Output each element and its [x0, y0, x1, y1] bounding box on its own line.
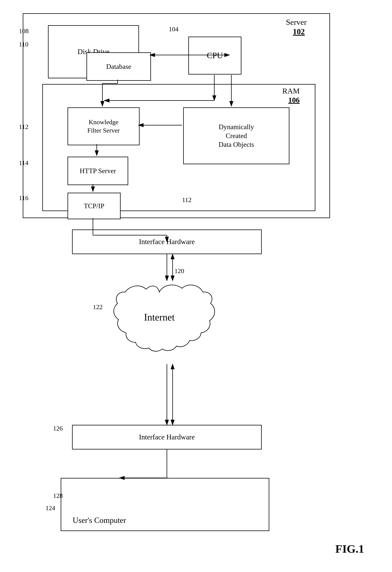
server-label: Server: [286, 18, 307, 27]
tcpip-box: TCP/IP: [67, 193, 121, 219]
ref-122: 122: [93, 303, 103, 311]
ref-126: 126: [53, 425, 63, 432]
ih-server-label: Interface Hardware: [139, 237, 195, 246]
ref-124: 124: [46, 505, 55, 512]
cpu-box: CPU: [188, 37, 241, 75]
ref-104: 104: [169, 26, 178, 33]
ref-120: 120: [174, 267, 184, 275]
ref-108: 108: [19, 28, 29, 35]
http-label: HTTP Server: [80, 167, 116, 175]
ih-client-label: Interface Hardware: [139, 432, 195, 442]
ref-112-kfs: 112: [19, 123, 29, 130]
fig-label: FIG.1: [335, 542, 364, 556]
disk-drive-box: Disk Drive Database: [48, 25, 139, 78]
ref-128: 128: [53, 492, 63, 499]
svg-text:Internet: Internet: [144, 312, 175, 323]
ref-114: 114: [19, 159, 29, 167]
ram-box: RAM 106 KnowledgeFilter Server HTTP Serv…: [42, 84, 315, 211]
kfs-box: KnowledgeFilter Server: [67, 107, 140, 145]
kfs-label: KnowledgeFilter Server: [87, 118, 120, 135]
ref-112-dcdo: 112: [182, 196, 191, 204]
ih-server-box: Interface Hardware: [72, 229, 262, 254]
ref-116: 116: [19, 194, 29, 202]
ih-client-box: Interface Hardware: [72, 425, 262, 449]
internet-cloud: Internet: [102, 281, 216, 364]
cpu-label: CPU: [207, 50, 223, 61]
ram-label: RAM: [282, 86, 300, 95]
server-box: Server 102 Disk Drive Database CPU RAM 1…: [23, 13, 330, 218]
http-box: HTTP Server: [67, 157, 128, 185]
tcpip-label: TCP/IP: [84, 202, 104, 210]
database-label: Database: [106, 62, 131, 71]
database-box: Database: [86, 52, 151, 81]
server-number: 102: [293, 27, 305, 36]
users-computer-label: User's Computer: [73, 516, 126, 525]
ram-number: 106: [288, 95, 300, 105]
dcdo-box: DynamicallyCreatedData Objects: [183, 107, 289, 164]
dcdo-label: DynamicallyCreatedData Objects: [219, 123, 254, 149]
users-computer-box: Browser User's Computer: [61, 478, 269, 531]
ref-110: 110: [19, 41, 29, 48]
